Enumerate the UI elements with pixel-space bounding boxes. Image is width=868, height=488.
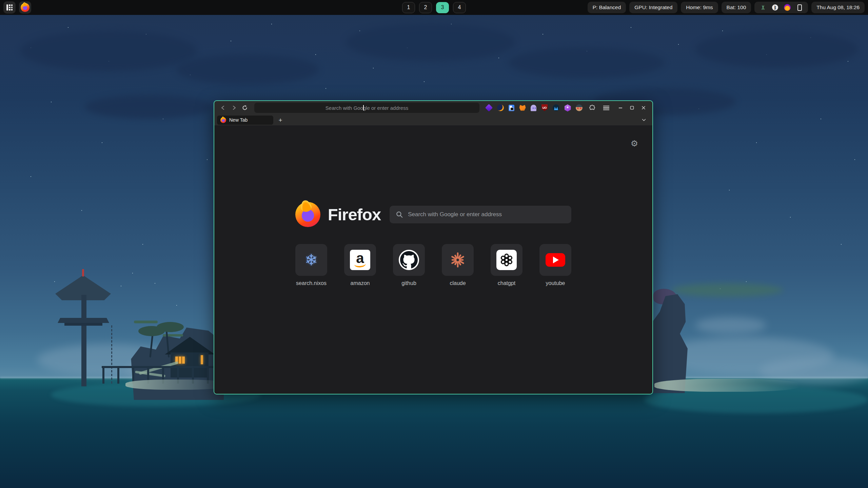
purple-diamond-extension-icon[interactable] [486, 104, 492, 111]
menu-hamburger-icon [603, 106, 609, 110]
battery-pill: Bat: 100 [722, 2, 751, 13]
gpu-pill: GPU: Integrated [629, 2, 677, 13]
urlbar-input[interactable] [254, 103, 479, 113]
power-profile-text: P: Balanced [593, 4, 621, 11]
amazon-letter: a [356, 252, 364, 264]
shortcut-label: github [401, 280, 416, 286]
window-controls [616, 103, 648, 113]
blue-lock-extension-icon[interactable] [509, 105, 514, 111]
amazon-icon: a [350, 250, 370, 270]
shortcut-label: youtube [546, 280, 565, 286]
navigation-toolbar: UO * [214, 101, 652, 115]
reload-icon [242, 105, 248, 111]
personalize-settings-button[interactable]: ⚙ [629, 138, 639, 148]
clock-text: Thu Aug 08, 18:26 [816, 4, 860, 11]
menu-button[interactable] [601, 103, 611, 113]
topbar: 1 2 3 4 P: Balanced GPU: Integrated Home… [0, 0, 868, 15]
shortcut-chatgpt[interactable]: chatgpt [491, 244, 522, 286]
right-cliff [651, 294, 699, 393]
phone-icon[interactable] [796, 4, 803, 11]
amazon-smile-arrow [354, 263, 366, 268]
workspace-button-3-active[interactable]: 3 [436, 2, 449, 13]
firefox-wordmark: Firefox [328, 205, 381, 224]
shortcut-search-nixos[interactable]: ❄ search.nixos [295, 244, 327, 286]
claude-starburst-icon [449, 251, 467, 269]
purple-hexagon-extension-icon[interactable]: * [564, 104, 571, 111]
firefox-launcher-button[interactable] [19, 1, 31, 14]
tab-title: New Tab [229, 117, 248, 123]
workspace-button-1[interactable]: 1 [402, 2, 415, 13]
shortcut-label: search.nixos [296, 280, 327, 286]
firefox-brand: Firefox [295, 202, 381, 227]
urlbar-container [254, 103, 479, 113]
metamask-extension-icon[interactable] [519, 104, 526, 111]
text-caret [363, 105, 364, 110]
search-icon [396, 211, 403, 218]
battery-text: Bat: 100 [727, 4, 746, 11]
hut-window-glow [201, 355, 203, 364]
orange-moon-extension-icon[interactable] [497, 104, 504, 111]
nixos-snowflake-icon: ❄ [305, 252, 318, 268]
nordvpn-extension-icon[interactable] [553, 104, 559, 111]
app-launcher-button[interactable] [3, 1, 16, 14]
tab-bar: New Tab + [214, 115, 652, 125]
ghostery-extension-icon[interactable] [531, 105, 536, 111]
shortcut-label: amazon [351, 280, 370, 286]
desktop: 1 2 3 4 P: Balanced GPU: Integrated Home… [0, 0, 868, 488]
latency-pill: Home: 9ms [681, 2, 718, 13]
watchtower-pole [81, 295, 86, 386]
cliff-grass [134, 321, 158, 323]
firefox-window: UO * [214, 100, 653, 394]
apps-grid-icon [6, 4, 13, 11]
shortcut-claude[interactable]: claude [442, 244, 474, 286]
ublock-letters: UO [542, 106, 547, 109]
list-all-tabs-button[interactable] [639, 116, 648, 124]
github-octocat-icon [399, 250, 419, 270]
extensions-puzzle-icon [589, 105, 595, 111]
workspace-switcher: 1 2 3 4 [402, 2, 466, 13]
workspace-button-2[interactable]: 2 [419, 2, 432, 13]
workspace-button-4[interactable]: 4 [453, 2, 466, 13]
tray-pill: ✂ ᛒ [754, 2, 808, 13]
minimize-icon [618, 105, 623, 110]
forward-icon [231, 105, 237, 111]
back-button[interactable] [218, 103, 228, 113]
latency-text: Home: 9ms [686, 4, 713, 11]
youtube-play-icon [546, 253, 565, 267]
newtab-search [390, 206, 571, 223]
newtab-search-input[interactable] [390, 206, 571, 223]
minimize-button[interactable] [616, 103, 625, 113]
topbar-launchers [3, 1, 31, 14]
chevron-down-icon [641, 117, 647, 123]
ublock-origin-extension-icon[interactable]: UO [541, 104, 548, 111]
beach [125, 380, 227, 390]
tab-new-tab[interactable]: New Tab [217, 116, 273, 125]
watchtower-platform [58, 318, 109, 323]
scissors-network-icon[interactable]: ✂ [760, 4, 766, 11]
power-profile-pill: P: Balanced [588, 2, 626, 13]
palm-canopy [157, 322, 184, 332]
newtab-hero: Firefox [214, 202, 652, 227]
extension-toolbar: UO * [486, 103, 611, 113]
extensions-button[interactable] [587, 103, 597, 113]
firefox-icon [21, 3, 29, 12]
gpu-text: GPU: Integrated [634, 4, 672, 11]
flame-media-icon[interactable] [784, 4, 791, 11]
maximize-button[interactable] [627, 103, 637, 113]
shortcut-tiles: ❄ search.nixos a amazon [214, 244, 652, 286]
avatar-glasses-extension-icon[interactable] [576, 104, 583, 111]
close-button[interactable] [639, 103, 648, 113]
watchtower-beam [64, 323, 102, 326]
new-tab-button[interactable]: + [276, 116, 285, 124]
shortcut-amazon[interactable]: a amazon [344, 244, 376, 286]
topbar-status: P: Balanced GPU: Integrated Home: 9ms Ba… [588, 2, 865, 13]
bluetooth-icon[interactable]: ᛒ [772, 4, 778, 11]
shortcut-github[interactable]: github [393, 244, 425, 286]
shortcut-youtube[interactable]: youtube [539, 244, 571, 286]
clock-pill[interactable]: Thu Aug 08, 18:26 [811, 2, 865, 13]
forward-button[interactable] [229, 103, 239, 113]
close-icon [641, 105, 646, 110]
firefox-logo [295, 202, 320, 227]
new-tab-page: ⚙ Firefox ❄ search.nixos [214, 125, 652, 394]
reload-button[interactable] [240, 103, 250, 113]
